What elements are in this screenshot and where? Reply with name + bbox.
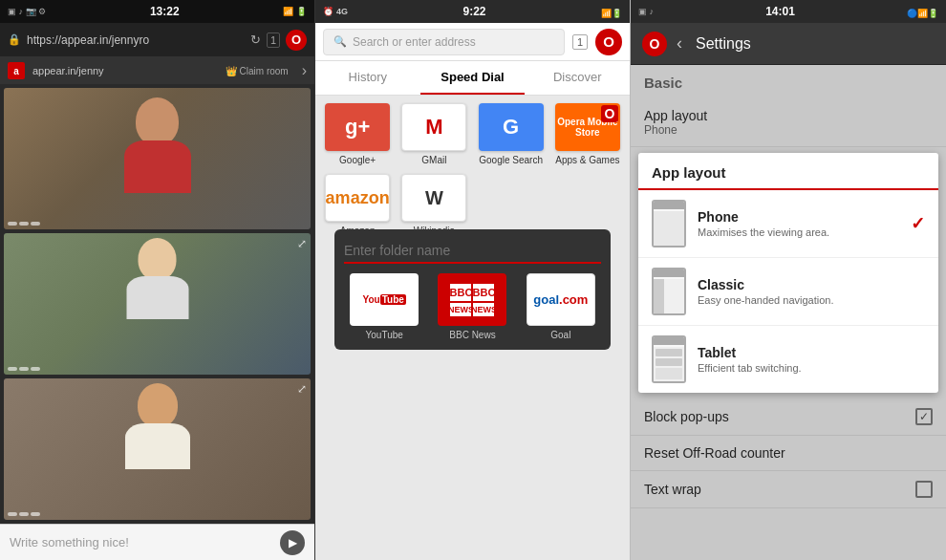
- lock-icon: 🔒: [8, 33, 21, 46]
- speed-dial-gsearch[interactable]: G Google Search: [477, 103, 546, 166]
- video-person-1: [4, 88, 311, 229]
- opera-logo-1[interactable]: O: [286, 30, 307, 51]
- app-layout-value: Phone: [644, 123, 933, 137]
- settings-title: Settings: [696, 35, 751, 53]
- folder-grid: YouTube YouTube BBC BBC NEWS NEWS: [344, 273, 601, 340]
- reset-offroad-label: Reset Off-Road counter: [644, 445, 933, 461]
- search-placeholder: Search or enter address: [353, 35, 476, 49]
- reset-offroad-item[interactable]: Reset Off-Road counter: [631, 436, 946, 471]
- speed-dial-amazon[interactable]: amazon Amazon: [323, 174, 392, 237]
- tab-url: appear.in/jenny: [32, 65, 218, 76]
- statusbar-3: ▣ ♪ 14:01 🔵📶🔋: [631, 0, 946, 23]
- text-wrap-item[interactable]: Text wrap: [631, 471, 946, 508]
- speed-dial-tabs: History Speed Dial Discover: [315, 61, 630, 96]
- tab-history[interactable]: History: [315, 61, 420, 95]
- panel-videochat: ▣ ♪ 📷 ⚙ 13:22 📶 🔋 🔒 https://appear.in/je…: [0, 0, 315, 560]
- video-controls-2[interactable]: [8, 367, 40, 371]
- block-popups-label: Block pop-ups: [644, 409, 915, 424]
- folder-name-input[interactable]: [344, 239, 601, 264]
- claim-room[interactable]: 👑 Claim room: [226, 66, 289, 76]
- folder-item-goal[interactable]: goal.com Goal: [521, 273, 601, 340]
- option-text-classic: Classic Easy one-handed navigation.: [698, 277, 925, 306]
- expand-icon-3[interactable]: ⤢: [297, 382, 307, 396]
- app-layout-label: App layout: [644, 108, 933, 123]
- send-button[interactable]: ▶: [280, 530, 305, 555]
- tab-speed-dial[interactable]: Speed Dial: [420, 61, 526, 95]
- battery-icon-2: 📶🔋: [601, 9, 622, 18]
- back-arrow[interactable]: ‹: [677, 33, 682, 54]
- search-icon: 🔍: [333, 35, 347, 48]
- video-person-2: ⤢: [4, 233, 311, 375]
- forward-arrow[interactable]: ›: [302, 62, 307, 79]
- message-input-bar: Write something nice! ▶: [0, 524, 314, 560]
- tabs-count[interactable]: 1: [267, 32, 280, 48]
- statusbar-time-3: 14:01: [765, 5, 795, 18]
- folder-item-youtube[interactable]: YouTube YouTube: [344, 273, 424, 340]
- option-icon-tablet: [652, 335, 686, 383]
- settings-content: Basic App layout Phone App layout P: [631, 65, 946, 560]
- text-wrap-label: Text wrap: [644, 482, 915, 497]
- speed-dial-content: g+ Google+ M GMail G Google Search: [315, 96, 630, 560]
- option-tablet[interactable]: Tablet Efficient tab switching.: [638, 326, 938, 393]
- section-basic: Basic: [631, 65, 946, 98]
- app-layout-item[interactable]: App layout Phone: [631, 98, 946, 147]
- urlbar-2: 🔍 Search or enter address 1 O: [315, 23, 630, 61]
- text-wrap-checkbox[interactable]: [915, 481, 933, 498]
- status-right-2: 📶🔋: [601, 3, 622, 20]
- status-signal: 📶 🔋: [283, 7, 307, 16]
- status-icons-right: 📶 🔋: [283, 7, 307, 16]
- panel-speeddial: ⏰ 4G 9:22 📶🔋 🔍 Search or enter address 1…: [315, 0, 631, 560]
- network-4g: 4G: [336, 7, 348, 16]
- opera-logo-2[interactable]: O: [595, 29, 622, 55]
- status-icons-3: ▣ ♪: [638, 7, 654, 16]
- video-tile-1: [4, 88, 311, 229]
- app-layout-dialog: App layout Phone Maximises the viewing a…: [631, 153, 946, 393]
- status-icons-left: ▣ ♪ 📷 ⚙: [8, 7, 46, 16]
- folder-overlay: YouTube YouTube BBC BBC NEWS NEWS: [334, 229, 611, 350]
- search-box[interactable]: 🔍 Search or enter address: [323, 29, 565, 55]
- tab-discover[interactable]: Discover: [525, 61, 630, 95]
- statusbar-2: ⏰ 4G 9:22 📶🔋: [315, 0, 630, 23]
- speed-dial-gmail[interactable]: M GMail: [399, 103, 468, 166]
- statusbar-time-1: 13:22: [150, 5, 180, 18]
- panel-settings: ▣ ♪ 14:01 🔵📶🔋 O ‹ Settings Basic App lay…: [631, 0, 946, 560]
- option-text-phone: Phone Maximises the viewing area.: [698, 209, 899, 238]
- dialog-box: App layout Phone Maximises the viewing a…: [638, 153, 938, 393]
- urlbar-1: 🔒 https://appear.in/jennyro ↻ 1 O: [0, 23, 314, 57]
- option-classic[interactable]: Classic Easy one-handed navigation.: [638, 258, 938, 326]
- battery-icon-3: 🔵📶🔋: [907, 9, 938, 18]
- status-right-3: 🔵📶🔋: [907, 3, 938, 20]
- video-controls-1[interactable]: [8, 222, 40, 226]
- refresh-icon[interactable]: ↻: [250, 32, 261, 47]
- video-controls-3[interactable]: [8, 512, 40, 516]
- block-popups-item[interactable]: Block pop-ups: [631, 398, 946, 436]
- option-text-tablet: Tablet Efficient tab switching.: [698, 345, 925, 374]
- folder-item-bbc[interactable]: BBC BBC NEWS NEWS BBC News: [432, 273, 512, 340]
- crown-icon: 👑: [226, 66, 237, 76]
- speed-dial-apps[interactable]: Opera Mobile Store O Apps & Games: [553, 103, 622, 166]
- expand-icon-2[interactable]: ⤢: [297, 237, 307, 250]
- app-layout-info: App layout Phone: [644, 108, 933, 137]
- section-title-basic: Basic: [644, 75, 933, 91]
- option-phone[interactable]: Phone Maximises the viewing area. ✓: [638, 190, 938, 258]
- video-person-3: ⤢: [4, 378, 311, 520]
- option-icon-phone: [652, 200, 686, 248]
- tabs-count-2[interactable]: 1: [572, 34, 588, 50]
- opera-logo-3[interactable]: O: [642, 32, 667, 56]
- status-icons: ▣ ♪ 📷 ⚙: [8, 7, 46, 16]
- dialog-title: App layout: [638, 153, 938, 190]
- block-popups-info: Block pop-ups: [644, 409, 915, 424]
- option-check-phone: ✓: [911, 213, 925, 234]
- statusbar-1: ▣ ♪ 📷 ⚙ 13:22 📶 🔋: [0, 0, 314, 23]
- tabbar-1: a appear.in/jenny 👑 Claim room ›: [0, 57, 314, 84]
- option-icon-classic: [652, 268, 686, 315]
- status-left-2: ⏰ 4G: [323, 7, 348, 16]
- url-display[interactable]: https://appear.in/jennyro: [27, 33, 245, 47]
- speed-dial-gplus[interactable]: g+ Google+: [323, 103, 392, 166]
- speed-dial-wiki[interactable]: W Wikipedia: [399, 174, 468, 237]
- status-left-3: ▣ ♪: [638, 7, 654, 16]
- block-popups-checkbox[interactable]: [915, 408, 933, 425]
- message-placeholder[interactable]: Write something nice!: [10, 535, 272, 549]
- tab-favicon: a: [8, 62, 25, 79]
- video-tile-2: ⤢: [4, 233, 311, 375]
